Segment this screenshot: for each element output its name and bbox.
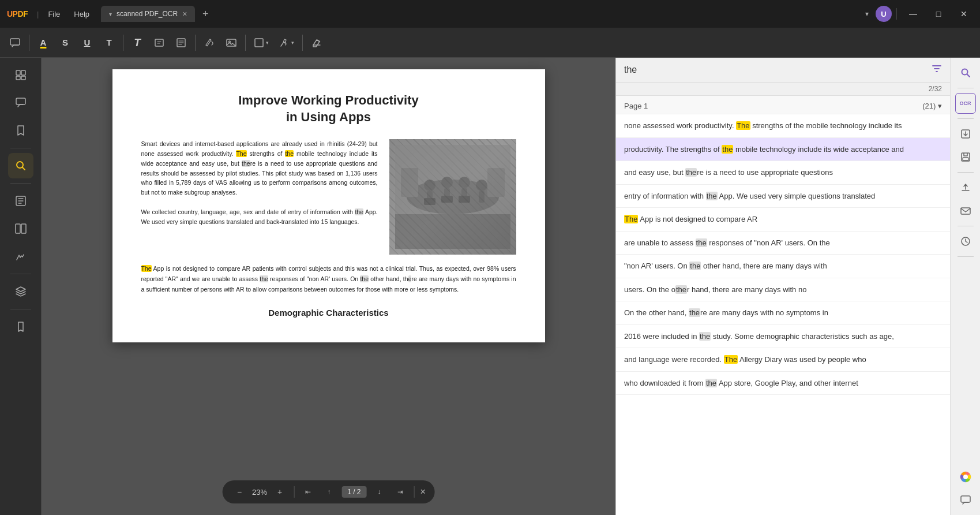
zoom-value: 23%: [252, 488, 267, 497]
right-colorwheel-btn[interactable]: [955, 467, 976, 487]
page-group-header[interactable]: Page 1 (21) ▾: [616, 96, 950, 114]
sidebar-annotation[interactable]: [8, 90, 33, 115]
result-highlight: The: [736, 121, 750, 130]
tool-sep3: [195, 35, 196, 51]
result-item[interactable]: none assessed work productivity. The str…: [616, 114, 950, 138]
result-highlight: the: [689, 262, 701, 270]
last-page-btn[interactable]: ⇥: [392, 484, 408, 500]
pdf-area[interactable]: Improve Working Productivityin Using App…: [42, 58, 615, 515]
current-page: 1: [347, 488, 351, 496]
maximize-btn[interactable]: □: [927, 5, 950, 23]
result-text-before: entry of information with: [624, 192, 706, 200]
eraser-tool[interactable]: [306, 32, 327, 53]
sidebar-text-extract[interactable]: [8, 188, 33, 214]
result-highlight: the: [696, 238, 707, 247]
tool-sep2: [123, 35, 123, 51]
result-text-after: study. Some demographic characteristics …: [711, 332, 894, 341]
result-item[interactable]: The App is not designed to compare AR: [616, 208, 950, 232]
page-group-label: Page 1: [624, 102, 648, 110]
filter-icon[interactable]: [932, 64, 942, 76]
result-highlight: The: [724, 355, 738, 364]
result-item[interactable]: On the other hand, there are many days w…: [616, 301, 950, 325]
toolbar: A S U T T ▾ ▾: [0, 28, 980, 58]
right-clock-btn[interactable]: [955, 231, 976, 252]
minimize-btn[interactable]: —: [902, 5, 925, 23]
underline-tool[interactable]: U: [77, 32, 97, 53]
zoom-out-btn[interactable]: −: [231, 484, 247, 500]
highlight-tool[interactable]: A: [33, 32, 54, 53]
comment-tool[interactable]: [5, 32, 25, 53]
result-item[interactable]: 2016 were included in the study. Some de…: [616, 325, 950, 349]
text-color-tool[interactable]: T: [99, 32, 119, 53]
close-btn[interactable]: ✕: [952, 5, 975, 23]
right-chat-btn[interactable]: [955, 490, 976, 510]
svg-point-31: [962, 69, 967, 75]
svg-rect-28: [395, 214, 510, 249]
tab-close-btn[interactable]: ×: [182, 9, 187, 18]
pen-tool[interactable]: ▾: [275, 32, 299, 53]
result-item[interactable]: and easy use, but there is a need to use…: [616, 161, 950, 185]
first-page-btn[interactable]: ⇤: [300, 484, 316, 500]
user-avatar[interactable]: U: [876, 6, 892, 22]
sidebar-bookmark2[interactable]: [8, 314, 33, 339]
sidebar-page-thumbnail[interactable]: [8, 62, 33, 88]
result-text-before: On the other hand,: [624, 308, 689, 317]
page-sep: /: [353, 488, 357, 496]
image-tool[interactable]: [221, 32, 242, 53]
result-item[interactable]: entry of information with the App. We us…: [616, 185, 950, 208]
page-nav: − 23% + ⇤ ↑ 1 / 2 ↓ ⇥ ×: [222, 480, 435, 503]
svg-rect-35: [961, 208, 970, 214]
result-item[interactable]: who downloaded it from the App store, Go…: [616, 372, 950, 395]
svg-rect-1: [155, 39, 163, 46]
right-export-btn[interactable]: [955, 124, 976, 144]
new-tab-btn[interactable]: +: [198, 7, 212, 21]
title-bar-actions: ▾ U — □ ✕: [865, 5, 980, 23]
shape-tool[interactable]: ▾: [249, 32, 273, 53]
result-item[interactable]: "non AR' users. On the other hand, there…: [616, 255, 950, 278]
right-sep5: [958, 256, 974, 257]
zoom-in-btn[interactable]: +: [272, 484, 288, 500]
prev-page-btn[interactable]: ↑: [321, 484, 337, 500]
result-text-after: Allergy Diary was used by people who: [738, 355, 866, 364]
tab-dropdown-icon[interactable]: ▾: [109, 11, 112, 17]
pdf-content: Smart devices and internet-based applica…: [141, 139, 516, 255]
result-text-after: strengths of the mobile technology inclu…: [750, 121, 902, 130]
svg-rect-30: [487, 168, 505, 197]
right-search-btn[interactable]: [955, 62, 976, 83]
menu-file[interactable]: File: [41, 8, 67, 21]
total-pages: 2: [357, 488, 361, 496]
color-fill-tool[interactable]: [199, 32, 220, 53]
nav-close-btn[interactable]: ×: [420, 487, 426, 497]
result-item[interactable]: users. On the other hand, there are many…: [616, 278, 950, 302]
sidebar-bookmark[interactable]: [8, 118, 33, 143]
sidebar-layers[interactable]: [8, 279, 33, 304]
font-tool[interactable]: T: [127, 32, 148, 53]
result-item[interactable]: productivity. The strengths of the mobil…: [616, 138, 950, 162]
result-item[interactable]: and language were recorded. The Allergy …: [616, 348, 950, 372]
strikethrough-tool[interactable]: S: [55, 32, 76, 53]
text-box-tool[interactable]: [149, 32, 170, 53]
result-text-before: and easy use, but: [624, 168, 685, 177]
right-sep4: [958, 226, 974, 226]
pdf-page: Improve Working Productivityin Using App…: [112, 69, 545, 342]
result-text-after: re is a need to use appropriate question…: [697, 168, 833, 177]
result-item[interactable]: are unable to assess the responses of "n…: [616, 232, 950, 255]
right-ocr-btn[interactable]: OCR: [955, 93, 976, 114]
right-upload-btn[interactable]: [955, 177, 976, 198]
right-sidebar: OCR: [950, 58, 980, 515]
title-dropdown[interactable]: ▾: [865, 10, 869, 18]
menu-help[interactable]: Help: [67, 8, 96, 21]
pdf-body-text: The App is not designed to compare AR pa…: [141, 264, 516, 295]
search-input[interactable]: [624, 65, 928, 75]
sidebar-sign[interactable]: [8, 244, 33, 269]
next-page-btn[interactable]: ↓: [371, 484, 388, 500]
current-tab[interactable]: ▾ scanned PDF_OCR ×: [101, 6, 195, 22]
right-save-btn[interactable]: [955, 147, 976, 167]
right-email-btn[interactable]: [955, 200, 976, 221]
result-text-after: App is not designed to compare AR: [638, 215, 757, 223]
text-format-tool[interactable]: [171, 32, 192, 53]
sidebar-search-active[interactable]: [8, 153, 33, 178]
result-text-after: responses of "non AR' users. On the: [707, 238, 830, 247]
result-text-after: re are many days with no symptoms in: [700, 308, 828, 317]
sidebar-compare[interactable]: [8, 216, 33, 241]
